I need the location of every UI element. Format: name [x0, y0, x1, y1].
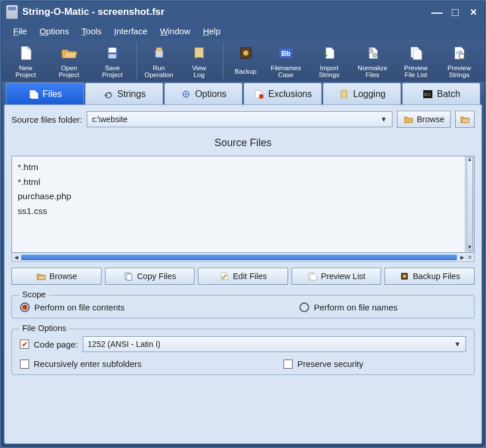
edit-files-button[interactable]: Edit Files: [198, 268, 288, 285]
file-options-legend: File Options: [19, 324, 70, 333]
vertical-scrollbar[interactable]: ▲▼: [465, 156, 474, 252]
preview-list-button[interactable]: Preview List: [291, 268, 382, 285]
radio-file-names[interactable]: Perform on file names: [299, 302, 398, 312]
backup-icon: [399, 271, 410, 281]
files-tab-icon: [28, 88, 39, 100]
open-folder-icon: [460, 114, 470, 124]
svg-rect-1: [108, 48, 116, 53]
save-icon: [103, 44, 122, 62]
list-item[interactable]: purchase.php: [18, 189, 468, 204]
svg-rect-21: [127, 274, 132, 280]
menu-interface[interactable]: Interface: [108, 25, 153, 37]
svg-rect-2: [108, 54, 116, 59]
radio-file-contents[interactable]: Perform on file contents: [20, 302, 124, 312]
file-options-group: File Options ✔Code page: 1252 (ANSI - La…: [11, 329, 475, 375]
scope-group: Scope Perform on file contents Perform o…: [11, 295, 475, 318]
maximize-button[interactable]: □: [449, 6, 461, 18]
menu-tools[interactable]: Tools: [76, 25, 107, 37]
horizontal-scrollbar[interactable]: ◀▶≡: [11, 253, 475, 262]
source-folder-label: Source files folder:: [11, 115, 82, 124]
batch-tab-icon: C:\: [422, 88, 434, 100]
folder-icon: [403, 114, 414, 124]
source-folder-combo[interactable]: c:\website ▼: [87, 111, 392, 127]
svg-point-17: [259, 94, 264, 99]
svg-rect-3: [155, 50, 163, 57]
tool-new-project[interactable]: New Project: [6, 43, 45, 79]
tool-filenames-case[interactable]: BbFilenames Case: [266, 43, 305, 79]
titlebar: String-O-Matic - screenshot.fsr — □ ×: [2, 2, 484, 22]
scope-legend: Scope: [19, 290, 49, 299]
import-icon: [320, 44, 338, 62]
browse-folder-button[interactable]: Browse: [397, 111, 451, 128]
close-button[interactable]: ×: [467, 6, 480, 18]
preview-strings-icon: AB: [450, 44, 468, 62]
check-code-page[interactable]: ✔Code page:: [20, 340, 78, 349]
menu-window[interactable]: Window: [154, 25, 196, 37]
svg-point-6: [243, 50, 248, 55]
svg-point-10: [372, 53, 377, 58]
tab-batch[interactable]: C:\Batch: [402, 83, 480, 104]
toolbar: New Project Open Project Save Project Ru…: [2, 39, 484, 82]
check-preserve-security[interactable]: Preserve security: [284, 359, 363, 369]
menu-file[interactable]: File: [7, 25, 33, 37]
tool-run-operation[interactable]: Run Operation: [136, 43, 175, 79]
tool-open-project[interactable]: Open Project: [50, 43, 88, 79]
main-panel: Source files folder: c:\website ▼ Browse…: [4, 104, 482, 444]
svg-text:C:\: C:\: [424, 92, 431, 97]
check-recursive[interactable]: Recursively enter subfolders: [20, 359, 141, 369]
tool-preview-strings[interactable]: ABPreview Strings: [440, 43, 479, 79]
svg-point-13: [106, 94, 107, 96]
normalize-icon: [363, 44, 382, 62]
browse-button[interactable]: Browse: [11, 268, 102, 285]
source-folder-value: c:\website: [92, 115, 127, 124]
strings-tab-icon: [103, 88, 114, 100]
list-item[interactable]: *.html: [18, 175, 468, 189]
menubar: File Options Tools Interface Window Help: [2, 22, 484, 39]
tab-options[interactable]: Options: [164, 83, 242, 104]
source-files-heading: Source Files: [11, 137, 475, 149]
source-files-list[interactable]: *.htm*.htmlpurchase.phpss1.css ▲▼: [11, 156, 475, 253]
tab-logging[interactable]: Logging: [323, 83, 401, 104]
chevron-down-icon: ▼: [454, 340, 461, 348]
code-page-combo[interactable]: 1252 (ANSI - Latin I) ▼: [83, 336, 466, 352]
new-project-icon: [17, 44, 35, 62]
open-project-icon: [60, 44, 78, 62]
tab-strings[interactable]: Strings: [85, 83, 163, 104]
menu-options[interactable]: Options: [34, 25, 75, 37]
list-item[interactable]: *.htm: [18, 160, 468, 175]
tool-save-project[interactable]: Save Project: [93, 43, 132, 79]
filenames-case-icon: Bb: [277, 44, 295, 62]
svg-text:Bb: Bb: [281, 50, 290, 58]
minimize-button[interactable]: —: [431, 6, 443, 18]
svg-point-16: [185, 93, 187, 95]
folder-icon: [36, 271, 46, 281]
code-page-value: 1252 (ANSI - Latin I): [88, 340, 161, 349]
list-item[interactable]: ss1.css: [18, 204, 468, 219]
run-icon: [150, 44, 168, 62]
tool-import-strings[interactable]: Import Strings: [310, 43, 349, 79]
log-icon: [190, 44, 208, 62]
tab-exclusions[interactable]: Exclusions: [244, 83, 322, 104]
tabs: Files Strings Options Exclusions Logging…: [2, 82, 484, 104]
app-icon: [6, 5, 18, 19]
logging-tab-icon: [338, 88, 350, 100]
svg-point-23: [403, 275, 406, 278]
tool-normalize-files[interactable]: Normalize Files: [353, 43, 392, 79]
tab-files[interactable]: Files: [6, 83, 84, 104]
backup-icon: [237, 44, 255, 62]
open-folder-button[interactable]: [455, 111, 475, 128]
menu-help[interactable]: Help: [197, 25, 226, 37]
window-title: String-O-Matic - screenshot.fsr: [22, 6, 431, 18]
tool-view-log[interactable]: View Log: [180, 43, 218, 79]
tool-preview-filelist[interactable]: Preview File List: [396, 43, 435, 79]
exclusions-tab-icon: [253, 88, 265, 100]
svg-point-9: [368, 49, 373, 54]
copy-files-button[interactable]: Copy Files: [105, 268, 195, 285]
chevron-down-icon: ▼: [380, 115, 387, 123]
preview-list-icon: [307, 271, 317, 281]
options-tab-icon: [180, 88, 192, 100]
app-window: String-O-Matic - screenshot.fsr — □ × Fi…: [1, 1, 485, 447]
backup-files-button[interactable]: Backup Files: [384, 268, 475, 285]
svg-point-14: [109, 92, 111, 94]
tool-backup[interactable]: Backup: [223, 43, 262, 79]
